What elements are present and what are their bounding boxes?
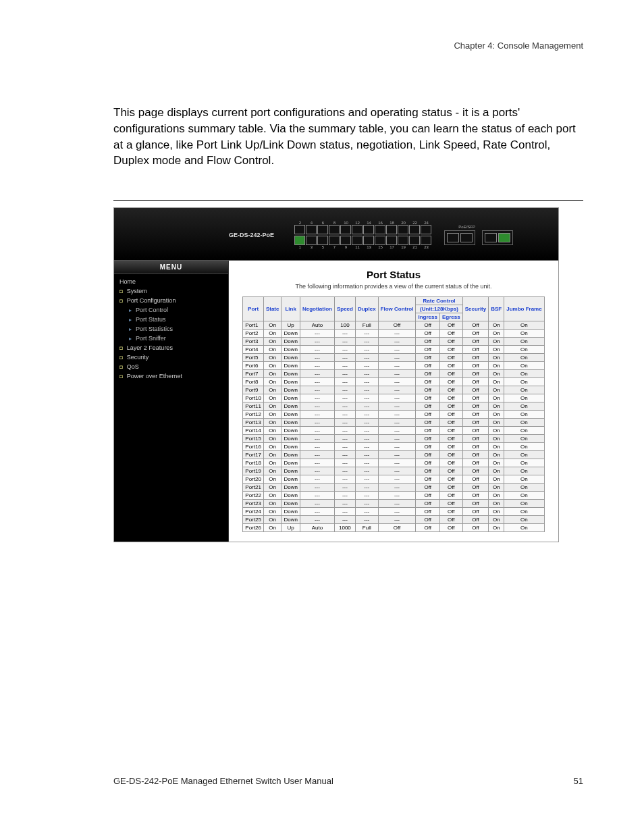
table-cell: --- (378, 451, 416, 459)
menu-item-port-statistics[interactable]: ▸Port Statistics (114, 324, 228, 334)
table-cell: --- (355, 386, 378, 394)
table-cell: Off (416, 516, 439, 524)
table-cell: --- (355, 467, 378, 475)
table-cell: --- (355, 475, 378, 484)
menu-item-qos[interactable]: ◘QoS (114, 362, 228, 371)
table-row: Port4OnDown------------OffOffOffOnOn (243, 346, 544, 354)
chapter-header: Chapter 4: Console Management (113, 41, 583, 51)
table-cell: --- (355, 378, 378, 386)
table-cell: Down (281, 451, 300, 459)
menu-item-power-over-ethernet[interactable]: ◘Power over Ethernet (114, 371, 228, 381)
triangle-icon: ▸ (129, 317, 132, 323)
table-cell: On (263, 475, 281, 484)
table-cell: On (504, 427, 544, 435)
table-cell: Port24 (243, 508, 264, 516)
menu-sidebar: MENU Home◘System◘Port Configuration▸Port… (114, 261, 229, 542)
table-cell: Off (439, 443, 462, 451)
table-row: Port20OnDown------------OffOffOffOnOn (243, 475, 544, 484)
menu-item-port-status[interactable]: ▸Port Status (114, 315, 228, 324)
table-cell: Off (462, 459, 489, 467)
table-cell: Down (281, 492, 300, 500)
table-cell: On (504, 354, 544, 362)
table-cell: On (504, 435, 544, 443)
table-cell: --- (334, 459, 355, 467)
table-cell: On (263, 459, 281, 467)
table-cell: Down (281, 427, 300, 435)
table-cell: Off (462, 435, 489, 443)
menu-item-label: Security (127, 354, 149, 361)
table-row: Port12OnDown------------OffOffOffOnOn (243, 411, 544, 419)
table-cell: Up (281, 524, 300, 532)
sfp-port-icon (460, 233, 473, 242)
table-cell: Off (416, 378, 439, 386)
table-cell: Off (439, 346, 462, 354)
table-cell: Down (281, 338, 300, 346)
switch-port-icon (375, 225, 385, 234)
table-cell: On (489, 435, 504, 443)
menu-item-label: Home (119, 278, 136, 285)
footer-left: GE-DS-242-PoE Managed Ethernet Switch Us… (113, 776, 333, 786)
th-speed: Speed (334, 297, 355, 321)
menu-item-port-sniffer[interactable]: ▸Port Sniffer (114, 334, 228, 343)
switch-port-icon (375, 236, 385, 245)
table-cell: On (489, 338, 504, 346)
table-cell: Off (462, 451, 489, 459)
table-cell: Port26 (243, 524, 264, 532)
switch-port-icon (294, 236, 305, 245)
table-cell: --- (355, 492, 378, 500)
table-cell: --- (334, 419, 355, 427)
table-cell: Off (439, 435, 462, 443)
table-cell: Down (281, 508, 300, 516)
table-cell: --- (334, 370, 355, 378)
triangle-icon: ▸ (129, 326, 132, 332)
table-cell: On (489, 427, 504, 435)
th-egress: Egress (439, 313, 462, 321)
menu-item-layer-2-features[interactable]: ◘Layer 2 Features (114, 343, 228, 353)
table-cell: Off (439, 330, 462, 338)
table-cell: --- (300, 516, 334, 524)
table-cell: Off (439, 411, 462, 419)
menu-item-port-configuration[interactable]: ◘Port Configuration (114, 296, 228, 305)
table-cell: Off (416, 330, 439, 338)
table-row: Port2OnDown------------OffOffOffOnOn (243, 330, 544, 338)
switch-port-icon (340, 225, 351, 234)
sfp-group: PoE/SFP (444, 225, 513, 245)
table-cell: --- (378, 386, 416, 394)
table-cell: --- (300, 354, 334, 362)
menu-item-label: QoS (127, 363, 139, 370)
table-cell: Off (378, 524, 416, 532)
table-cell: --- (300, 443, 334, 451)
menu-item-security[interactable]: ◘Security (114, 353, 228, 362)
table-cell: --- (334, 411, 355, 419)
table-cell: Off (416, 338, 439, 346)
table-cell: --- (334, 500, 355, 508)
sfp-port-icon (498, 233, 510, 242)
table-cell: On (263, 346, 281, 354)
switch-port-icon (398, 236, 408, 245)
table-cell: --- (300, 362, 334, 370)
table-cell: Full (355, 321, 378, 330)
switch-port-icon (363, 236, 374, 245)
table-cell: Port19 (243, 467, 264, 475)
menu-item-system[interactable]: ◘System (114, 286, 228, 296)
table-row: Port26OnUpAuto1000FullOffOffOffOffOnOn (243, 524, 544, 532)
table-cell: --- (334, 516, 355, 524)
table-cell: Off (462, 402, 489, 411)
table-cell: On (504, 524, 544, 532)
table-cell: Down (281, 419, 300, 427)
th-rate-unit: (Unit:128Kbps) (416, 305, 462, 313)
table-cell: On (263, 500, 281, 508)
console-screenshot: GE-DS-242-PoE 24681012141618202224 13579… (113, 207, 559, 542)
menu-item-label: Layer 2 Features (127, 344, 173, 351)
triangle-icon: ▸ (129, 336, 132, 342)
table-cell: On (504, 411, 544, 419)
table-cell: Port12 (243, 411, 264, 419)
table-cell: Port11 (243, 402, 264, 411)
th-ingress: Ingress (416, 313, 439, 321)
table-cell: --- (355, 394, 378, 402)
table-cell: --- (334, 451, 355, 459)
table-cell: On (489, 484, 504, 492)
menu-item-port-control[interactable]: ▸Port Control (114, 305, 228, 315)
menu-item-home[interactable]: Home (114, 277, 228, 286)
table-cell: --- (334, 402, 355, 411)
